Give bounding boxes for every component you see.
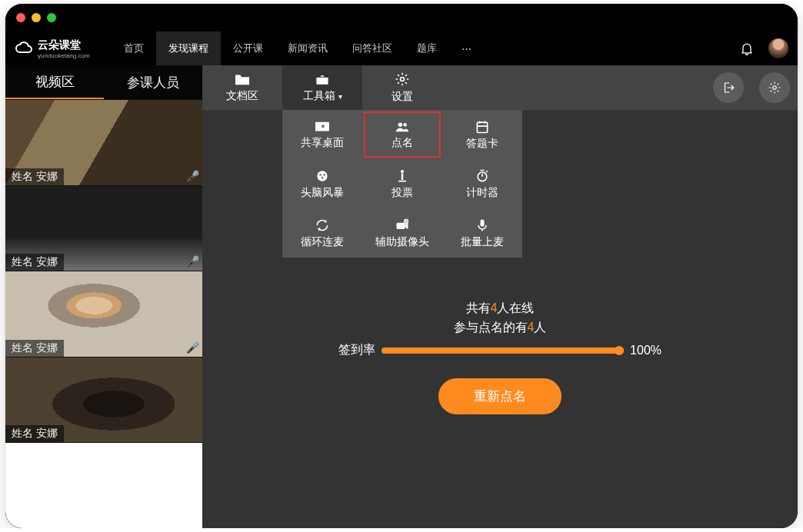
video-list: 姓名 安娜 🎤 姓名 安娜 🎤 姓名 安娜 🎤 姓名 安娜 bbox=[5, 99, 202, 528]
svg-point-9 bbox=[322, 177, 323, 178]
tool-share-screen[interactable]: 共享桌面 bbox=[282, 110, 362, 159]
brand-sub: yunduoketang.com bbox=[38, 52, 90, 59]
toolbox-label: 工具箱 bbox=[303, 89, 335, 103]
svg-rect-13 bbox=[397, 222, 405, 228]
gear-icon bbox=[395, 71, 410, 87]
svg-rect-5 bbox=[477, 122, 487, 132]
toolbox-tab[interactable]: 工具箱▾ bbox=[282, 65, 362, 110]
sidebar-tabs: 视频区 参课人员 bbox=[5, 65, 202, 99]
tool-label: 点名 bbox=[392, 136, 413, 150]
close-window-dot[interactable] bbox=[16, 13, 25, 22]
video-tile[interactable]: 姓名 安娜 🎤 bbox=[5, 271, 202, 357]
nav-home[interactable]: 首页 bbox=[112, 32, 156, 65]
exit-button[interactable] bbox=[713, 72, 744, 103]
participated-line: 参与点名的有4人 bbox=[338, 320, 661, 336]
tool-timer[interactable]: 计时器 bbox=[442, 159, 522, 208]
tool-label: 批量上麦 bbox=[461, 235, 504, 249]
loop-icon bbox=[315, 218, 330, 233]
camera-icon bbox=[395, 218, 410, 233]
nav-news[interactable]: 新闻资讯 bbox=[275, 32, 340, 65]
tool-label: 计时器 bbox=[466, 186, 498, 200]
svg-rect-15 bbox=[481, 219, 485, 226]
online-line: 共有4人在线 bbox=[338, 301, 661, 317]
mic-icon: 🎤 bbox=[186, 255, 199, 268]
screen-icon bbox=[314, 120, 331, 134]
tool-label: 头脑风暴 bbox=[301, 186, 344, 200]
participant-name: 姓名 安娜 bbox=[5, 254, 64, 271]
user-avatar[interactable] bbox=[768, 38, 788, 58]
brand-name: 云朵课堂 bbox=[38, 38, 90, 52]
cloud-icon bbox=[15, 39, 33, 58]
settings-tab[interactable]: 设置 bbox=[362, 65, 442, 110]
docs-tab[interactable]: 文档区 bbox=[202, 65, 282, 110]
nav-public[interactable]: 公开课 bbox=[221, 32, 275, 65]
mic-icon bbox=[475, 218, 490, 233]
mic-icon: 🎤 bbox=[186, 341, 199, 354]
rate-label: 签到率 bbox=[338, 342, 375, 358]
svg-rect-11 bbox=[402, 173, 404, 179]
participant-name: 姓名 安娜 bbox=[5, 425, 64, 442]
tool-label: 投票 bbox=[392, 186, 413, 200]
briefcase-icon bbox=[314, 72, 331, 86]
gear-icon bbox=[768, 81, 781, 95]
settings-button[interactable] bbox=[759, 72, 790, 103]
svg-point-1 bbox=[773, 86, 777, 90]
calendar-icon bbox=[475, 119, 490, 135]
minimize-window-dot[interactable] bbox=[32, 13, 41, 22]
svg-point-4 bbox=[403, 123, 407, 127]
exit-icon bbox=[721, 81, 735, 95]
rollcall-stats: 共有4人在线 参与点名的有4人 签到率 100% 重新点名 bbox=[338, 301, 661, 414]
video-tile[interactable]: 姓名 安娜 bbox=[5, 357, 202, 443]
sidebar: 视频区 参课人员 姓名 安娜 🎤 姓名 安娜 🎤 姓名 安娜 🎤 姓名 安娜 bbox=[5, 65, 202, 528]
tool-label: 答题卡 bbox=[466, 137, 498, 151]
tool-answercard[interactable]: 答题卡 bbox=[442, 110, 522, 159]
svg-point-7 bbox=[319, 174, 321, 175]
toolbox-panel: 共享桌面 点名 答题卡 头脑风暴 bbox=[282, 110, 522, 258]
settings-label: 设置 bbox=[392, 90, 413, 104]
rate-percent: 100% bbox=[630, 344, 661, 357]
chevron-down-icon: ▾ bbox=[338, 92, 342, 101]
app-window: 云朵课堂 yunduoketang.com 首页 发现课程 公开课 新闻资讯 问… bbox=[5, 4, 798, 528]
nav-bank[interactable]: 题库 bbox=[405, 32, 449, 65]
tool-label: 循环连麦 bbox=[301, 235, 344, 249]
tool-aux-camera[interactable]: 辅助摄像头 bbox=[362, 208, 442, 258]
mic-icon: 🎤 bbox=[186, 170, 199, 182]
brand-logo[interactable]: 云朵课堂 yunduoketang.com bbox=[15, 38, 90, 59]
svg-point-0 bbox=[401, 78, 405, 81]
tool-rollcall[interactable]: 点名 bbox=[362, 110, 442, 159]
tool-loop-mic[interactable]: 循环连麦 bbox=[282, 208, 362, 258]
timer-icon bbox=[475, 168, 490, 184]
bell-icon bbox=[739, 41, 755, 56]
tab-video[interactable]: 视频区 bbox=[5, 65, 104, 99]
video-tile[interactable]: 姓名 安娜 🎤 bbox=[5, 99, 202, 185]
svg-point-10 bbox=[401, 170, 404, 173]
rate-bar bbox=[382, 347, 624, 354]
vote-icon bbox=[395, 168, 410, 184]
folder-icon bbox=[234, 72, 251, 86]
tool-label: 共享桌面 bbox=[301, 136, 344, 150]
notifications-button[interactable] bbox=[739, 41, 755, 56]
people-icon bbox=[394, 120, 411, 134]
video-tile-empty bbox=[5, 442, 202, 528]
tool-batch-mic[interactable]: 批量上麦 bbox=[442, 208, 522, 258]
svg-point-6 bbox=[317, 171, 327, 181]
checkin-rate-row: 签到率 100% bbox=[338, 342, 661, 358]
svg-point-3 bbox=[398, 122, 402, 126]
restart-rollcall-button[interactable]: 重新点名 bbox=[438, 378, 561, 414]
tool-brainstorm[interactable]: 头脑风暴 bbox=[282, 159, 362, 208]
nav-discover[interactable]: 发现课程 bbox=[156, 32, 221, 65]
maximize-window-dot[interactable] bbox=[47, 13, 56, 22]
participant-name: 姓名 安娜 bbox=[5, 340, 64, 357]
brain-icon bbox=[315, 168, 330, 184]
docs-label: 文档区 bbox=[226, 89, 258, 103]
main-area: 文档区 工具箱▾ 设置 bbox=[202, 65, 798, 528]
tool-vote[interactable]: 投票 bbox=[362, 159, 442, 208]
nav-more[interactable]: ⋯ bbox=[449, 32, 485, 65]
window-titlebar bbox=[5, 4, 798, 32]
svg-point-8 bbox=[323, 174, 325, 175]
nav-qa[interactable]: 问答社区 bbox=[340, 32, 405, 65]
participant-name: 姓名 安娜 bbox=[5, 168, 64, 185]
app-body: 视频区 参课人员 姓名 安娜 🎤 姓名 安娜 🎤 姓名 安娜 🎤 姓名 安娜 bbox=[5, 65, 798, 528]
tab-participants[interactable]: 参课人员 bbox=[104, 65, 202, 99]
video-tile[interactable]: 姓名 安娜 🎤 bbox=[5, 185, 202, 271]
